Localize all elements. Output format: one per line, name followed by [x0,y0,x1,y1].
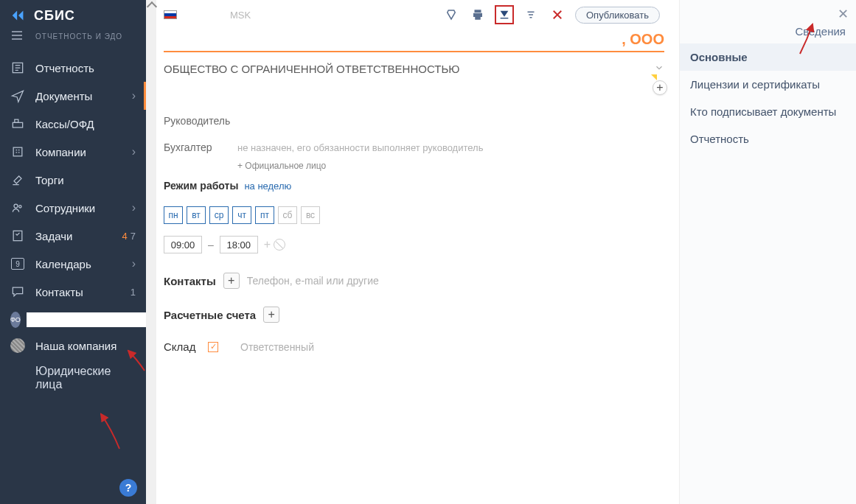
time-separator: – [208,239,214,251]
sidebar-item-label: Задачи [35,230,122,242]
contacts-count: 1 [131,287,136,298]
chevron-down-icon[interactable] [654,63,664,75]
chat-icon [10,285,25,298]
day-sat[interactable]: сб [278,206,297,224]
contacts-placeholder: Телефон, e-mail или другие [247,275,379,287]
svg-rect-2 [15,119,18,122]
sidebar-item-contacts[interactable]: Контакты 1 [0,278,146,306]
sidebar-item-label: Отчетность [35,62,136,74]
sidebar-item-reports[interactable]: Отчетность [0,54,146,82]
company-suffix: , ООО [622,31,664,48]
svg-point-5 [19,206,21,208]
menu-icon[interactable] [12,31,22,40]
users-icon [10,201,25,214]
stock-checkbox[interactable]: ✓ [208,342,218,352]
help-button[interactable]: ? [119,479,137,497]
field-accountant: Бухгалтер не назначен, его обязанности в… [164,134,664,161]
sidebar-item-label: Сотрудники [35,202,132,214]
day-fri[interactable]: пт [255,206,274,224]
tasks-icon [10,229,25,242]
day-wed[interactable]: ср [209,206,229,224]
close-icon[interactable]: ✕ [838,6,849,22]
svg-rect-6 [13,231,22,240]
user-search-input[interactable] [27,312,151,327]
rp-item-signers[interactable]: Кто подписывает документы [680,98,856,125]
gavel-icon [10,173,25,186]
sidebar-item-cash[interactable]: Кассы/ОФД [0,110,146,138]
section-label: Контакты [164,275,216,287]
sidebar-item-companies[interactable]: Компании › [0,138,146,166]
chevron-right-icon: › [132,145,136,158]
toolbar: MSK Опубликовать [164,0,664,27]
day-tue[interactable]: вт [187,206,206,224]
day-sun[interactable]: вс [301,206,320,224]
add-contact-button[interactable]: + [223,273,240,289]
flag-icon [164,10,177,19]
sidebar-item-label: Торги [35,174,136,186]
company-title-row: , ООО [164,27,664,52]
avatar[interactable]: ФО [10,312,21,328]
main-area: MSK Опубликовать , ООО ОБЩЕСТВО С ОГРАНИ… [146,0,856,504]
app-name: СБИС [34,8,75,24]
app-subtitle-text: ОТЧЕТНОСТЬ И ЭДО [35,32,122,41]
time-from[interactable]: 09:00 [164,236,202,253]
svg-rect-1 [13,122,22,127]
calendar-icon: 9 [10,257,25,270]
sidebar-item-label: Компании [35,146,132,158]
annotation-arrow [90,408,134,452]
delete-icon[interactable] [548,5,567,24]
day-thu[interactable]: чт [232,206,251,224]
company-icon [10,338,25,353]
region-input[interactable] [181,8,226,21]
app-logo-row: СБИС [0,0,146,28]
sidebar-subitem-legal[interactable]: Юридические лица [0,357,146,399]
field-label: Бухгалтер [164,141,237,153]
chevron-right-icon: › [132,257,136,270]
export-icon[interactable] [495,5,514,24]
timezone-label: MSK [230,10,251,21]
sidebar-nav: Отчетность Документы › Кассы/ОФД Компани… [0,48,146,399]
section-contacts: Контакты + Телефон, e-mail или другие [164,264,664,298]
print-icon[interactable] [468,5,487,24]
sidebar-item-tasks[interactable]: Задачи 47 [0,222,146,250]
publish-button[interactable]: Опубликовать [575,7,660,24]
sidebar-item-employees[interactable]: Сотрудники › [0,194,146,222]
schedule-link[interactable]: на неделю [244,181,291,192]
section-label: Склад [164,340,201,353]
sidebar-item-tenders[interactable]: Торги [0,166,146,194]
building-icon [10,145,25,158]
svg-rect-7 [501,18,509,18]
section-accounts: Расчетные счета + [164,298,664,332]
sidebar-item-label: Наша компания [35,340,136,352]
field-label: Руководитель [164,115,237,127]
cash-register-icon [10,117,25,130]
sidebar-item-calendar[interactable]: 9 Календарь › [0,250,146,278]
time-row: 09:00 – 18:00 + [164,231,664,264]
rp-item-reports[interactable]: Отчетность [680,125,856,153]
right-panel-title: Сведения [680,0,856,43]
scrollbar[interactable] [146,0,156,504]
sidebar-item-our-company[interactable]: Наша компания [0,334,146,357]
add-button[interactable]: + [653,80,667,95]
sidebar-user-row: ФО [0,306,146,334]
rp-item-licenses[interactable]: Лицензии и сертификаты [680,71,856,98]
section-stock: Склад ✓ Ответственный [164,332,664,362]
field-schedule: Режим работы на неделю [164,177,664,199]
field-value: не назначен, его обязанности выполняет р… [237,142,483,153]
rp-item-main[interactable]: Основные [680,43,856,71]
filter-icon[interactable] [521,5,540,24]
stamp-icon[interactable] [442,5,461,24]
sidebar-item-label: Контакты [35,286,131,298]
add-account-button[interactable]: + [263,307,279,323]
stock-value: Ответственный [240,341,314,353]
time-extra-controls[interactable]: + [264,238,285,251]
add-official-link[interactable]: Официальное лицо [237,161,664,177]
sidebar-item-documents[interactable]: Документы › [0,82,146,110]
time-to[interactable]: 18:00 [220,236,258,253]
sidebar-item-label: Календарь [35,258,132,270]
tasks-count: 47 [122,231,136,242]
day-mon[interactable]: пн [164,206,183,224]
chevron-right-icon: › [132,89,136,102]
sidebar-item-label: Документы [35,90,132,102]
no-break-icon [274,239,285,251]
